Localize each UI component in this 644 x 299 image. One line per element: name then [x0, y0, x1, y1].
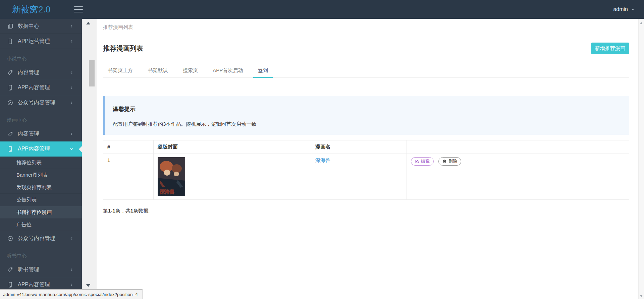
add-recommend-comic-button[interactable]: 新增推荐漫画	[591, 43, 629, 54]
tag-icon	[7, 267, 13, 273]
sidebar: 数据中心 APP运营管理 小说中心 内容管理 APP内容管理 公众号内容管理 漫…	[0, 19, 82, 299]
sidebar-item-app-operations[interactable]: APP运营管理	[0, 34, 82, 49]
sidebar-subitem-discover-list[interactable]: 发现页推荐列表	[0, 181, 82, 194]
comic-cover-image[interactable]: 深海兽	[158, 157, 185, 196]
cover-title-text: 深海兽	[159, 189, 175, 194]
sidebar-item-audiobook-mgmt[interactable]: 听书管理	[0, 262, 82, 277]
sidebar-toggle-icon[interactable]	[74, 6, 84, 13]
top-bar: 新被窝2.0 admin	[0, 0, 644, 19]
sidebar-subitem-announcement-list[interactable]: 公告列表	[0, 194, 82, 206]
sidebar-item-data-center[interactable]: 数据中心	[0, 19, 82, 34]
browser-status-bar: admin-v41.beiwo-manhua.com/app/comic-spe…	[0, 289, 143, 299]
comic-table: # 竖版封面 漫画名 1	[103, 140, 629, 200]
compass-icon	[7, 100, 13, 106]
scroll-up-arrow-icon[interactable]	[86, 22, 90, 24]
chevron-left-icon	[69, 24, 74, 28]
row-index: 1	[103, 154, 154, 200]
notice-box: 温馨提示 配置用户签到时推荐的3本作品。随机展示，逻辑同首次启动一致	[103, 96, 629, 135]
sidebar-item-content-mgmt-novel[interactable]: 内容管理	[0, 65, 82, 80]
sidebar-item-content-mgmt-comic[interactable]: 内容管理	[0, 126, 82, 141]
left-scrollbar-track[interactable]	[82, 19, 97, 299]
comic-name-link[interactable]: 深海兽	[315, 157, 330, 163]
sidebar-item-app-content-comic[interactable]: APP内容管理	[0, 141, 82, 157]
mobile-icon	[7, 282, 13, 288]
tab-shelf-top[interactable]: 书架页上方	[103, 67, 138, 78]
sidebar-item-wechat-content-comic[interactable]: 公众号内容管理	[0, 231, 82, 246]
chevron-left-icon	[69, 132, 74, 136]
username-label: admin	[613, 6, 628, 12]
mobile-icon	[7, 146, 13, 152]
tab-search-page[interactable]: 搜索页	[178, 67, 203, 78]
sidebar-subitem-book-recommend-comic[interactable]: 书籍推荐位漫画	[0, 206, 82, 219]
sidebar-section-comic-center: 漫画中心	[0, 110, 82, 126]
breadcrumb: 推荐漫画列表	[97, 19, 638, 35]
main-content: 推荐漫画列表 推荐漫画列表 新增推荐漫画 书架页上方 书架默认 搜索页 APP首…	[97, 19, 638, 299]
col-header-actions	[407, 140, 629, 154]
chevron-left-icon	[69, 236, 74, 241]
chevron-left-icon	[69, 39, 74, 44]
scroll-down-arrow-icon[interactable]	[640, 295, 643, 297]
compass-icon	[7, 236, 13, 241]
col-header-cover: 竖版封面	[154, 140, 311, 154]
notice-title: 温馨提示	[113, 105, 621, 113]
left-scrollbar-thumb[interactable]	[89, 60, 95, 86]
mobile-icon	[7, 85, 13, 91]
chevron-down-icon	[69, 147, 74, 151]
tab-app-first-launch[interactable]: APP首次启动	[208, 67, 248, 78]
sidebar-item-app-content-novel[interactable]: APP内容管理	[0, 80, 82, 95]
tag-icon	[7, 131, 13, 137]
chevron-down-icon	[631, 7, 635, 12]
chevron-left-icon	[69, 283, 74, 287]
page-title: 推荐漫画列表	[103, 44, 143, 53]
sidebar-subitem-ad-position[interactable]: 广告位	[0, 219, 82, 231]
chevron-left-icon	[69, 101, 74, 105]
chevron-left-icon	[69, 85, 74, 90]
sidebar-subitem-recommend-list[interactable]: 推荐位列表	[0, 157, 82, 169]
sidebar-section-novel-center: 小说中心	[0, 49, 82, 65]
scroll-up-arrow-icon[interactable]	[640, 22, 643, 24]
edit-button[interactable]: 编辑	[411, 157, 434, 166]
files-icon	[7, 23, 13, 29]
tab-bar: 书架页上方 书架默认 搜索页 APP首次启动 签到	[103, 67, 629, 78]
right-scrollbar-track[interactable]	[638, 19, 644, 299]
col-header-index: #	[103, 140, 154, 154]
pagination-summary: 第1-1条，共1条数据.	[103, 208, 629, 214]
delete-button[interactable]: 删除	[438, 157, 461, 166]
col-header-name: 漫画名	[311, 140, 407, 154]
status-url: admin-v41.beiwo-manhua.com/app/comic-spe…	[3, 292, 138, 297]
chevron-left-icon	[69, 70, 74, 75]
user-menu[interactable]: admin	[613, 0, 635, 19]
sidebar-subitem-banner-list[interactable]: Banner图列表	[0, 169, 82, 181]
tag-icon	[7, 70, 13, 75]
sidebar-item-wechat-content-novel[interactable]: 公众号内容管理	[0, 95, 82, 110]
notice-body: 配置用户签到时推荐的3本作品。随机展示，逻辑同首次启动一致	[113, 121, 621, 127]
chevron-left-icon	[69, 267, 74, 272]
tab-sign-in[interactable]: 签到	[253, 67, 273, 78]
tab-shelf-default[interactable]: 书架默认	[143, 67, 172, 78]
table-header-row: # 竖版封面 漫画名	[103, 140, 629, 154]
breadcrumb-current: 推荐漫画列表	[103, 24, 133, 30]
scroll-down-arrow-icon[interactable]	[86, 284, 90, 287]
table-row: 1	[103, 154, 629, 200]
sidebar-section-audiobook-center: 听书中心	[0, 246, 82, 262]
mobile-icon	[7, 39, 13, 44]
edit-pencil-icon	[415, 159, 419, 164]
app-logo[interactable]: 新被窝2.0	[0, 0, 82, 19]
trash-icon	[442, 159, 447, 164]
